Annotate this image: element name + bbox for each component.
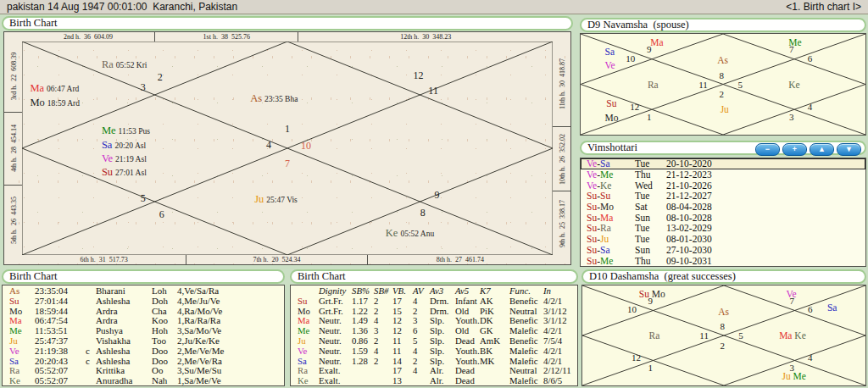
sign-number-9: 9 [435,189,440,202]
chart-lines [581,34,865,135]
dasha-row[interactable]: Su-MaSun08-10-2028 [581,212,865,223]
pada-lords: 2,Me/Ve/Me [177,346,284,356]
d9-chart[interactable]: 910768115212134SaVeMaAsMeRaKeSuMoJu [580,33,866,136]
planet-abbr-As: As [718,307,729,317]
dasha-start-date: 21-12-2023 [666,169,712,180]
combust-flag: c [86,356,96,366]
dasha-sublord-Ke: Ke [600,180,611,191]
sign-number-7: 7 [285,157,290,169]
collapse-button[interactable]: − [755,143,780,156]
planet-label: Ra [648,330,659,341]
dasha-row[interactable]: Su-MoSat08-04-2028 [581,202,865,213]
sign-number-10: 10 [627,304,637,314]
planet-abbr-Ke: Ke [386,227,398,240]
sb-num: 4 [374,315,392,325]
dasha-row[interactable]: Su-RaTue13-02-2029 [581,223,865,234]
planet-label: Ke [788,80,799,90]
sb-num: 2 [374,335,392,346]
dasha-lord-Su: Su [587,245,597,255]
functional-nature: Benefic [509,335,543,346]
strength-row: MoGrt.Fr.1.222152Drm.OldPiKNeutral3/1/12 [291,306,577,316]
dasha-lords: Ve-Sa [587,158,635,169]
combust-flag: c [86,346,96,356]
planet-abbr-Me: Me [102,125,116,137]
chart-datetime-location: pakistan 14 Aug 1947 00:01:00 Karanchi, … [7,1,237,13]
dasha-row[interactable]: Ve-SaTue20-10-2020 [581,158,865,169]
longitude: 06:47:54 [35,315,86,325]
expand-button[interactable]: + [782,143,807,156]
sign-number-5: 5 [737,80,743,90]
strength-row: MeNeutr.1.363126Slp.OldGKMalefic4/2/1 [291,325,577,335]
dasha-row[interactable]: Ve-MeThu21-12-2023 [581,169,865,180]
pada-sound: Too [152,335,177,346]
position-row: Su27:01:44AshleshaDoh4,Me/Ju/Ve [3,296,284,306]
dasha-start-day: Sun [635,245,666,255]
bhava-label: 8th h. 27 461.74 [437,256,484,263]
dasha-start-day: Thu [635,256,666,266]
dasha-start-day: Wed [635,180,666,191]
sign-number-11: 11 [698,80,708,90]
av3: Alr. [430,365,455,375]
rasi-chart[interactable]: 2nd h. 36 604.091st h. 38 525.7612th h. … [3,31,571,265]
dignity: Exalt. [319,365,352,375]
bhava-segment: 4th h. 28 454.14 [4,112,22,185]
bhava-label: 12th h. 30 348.23 [400,33,451,41]
bhava-strip-bottom: 6th h. 31 517.737th h. 20 524.348th h. 2… [22,255,553,264]
sign-number-12: 12 [630,102,639,112]
dasha-row[interactable]: Su-JuTue08-01-2030 [581,234,865,245]
dasha-start-date: 08-01-2030 [666,234,712,244]
planet-abbr-Su: Su [102,166,113,179]
dasha-start-day: Sat [635,202,666,212]
dasha-row[interactable]: Su-MeThu09-10-2031 [581,255,865,266]
av: 4 [413,346,430,356]
strength-row: VeNeutr.1.594114Slp.Youth.BKMalefic4/2/1 [291,346,577,356]
panel-title-positions: Birth Chart [2,269,285,284]
planet-abbr-Ve: Ve [102,152,113,165]
sign-number-6: 6 [159,208,164,221]
functional-nature: Malefic [509,325,543,335]
dasha-lord-Ve: Ve [587,180,597,191]
sign-number-1: 1 [648,363,653,373]
nakshatra: Ashlesha [96,296,152,306]
planet-abbr-Ju: Ju [298,335,319,346]
dasha-sublord-Sa: Sa [600,158,610,169]
dasha-start-day: Thu [635,169,666,180]
planet-abbr-Ke: Ke [298,375,319,385]
sign-number-2: 2 [720,89,725,99]
dasha-lord-Ve: Ve [587,158,597,169]
dasha-row[interactable]: Su-SaSun27-10-2030 [581,245,865,256]
functional-nature: Neutral [509,306,543,316]
planet-label: Ma Ke [779,330,806,341]
planet-abbr-Mo: Mo [298,306,319,316]
planet-abbr-As: As [9,285,35,296]
up-arrow-button[interactable]: ▲ [810,143,834,156]
chart-selector[interactable]: <1. Birth chart I> [786,1,861,13]
planet-abbr-Ma: Ma [779,330,792,341]
longitude: 18:59:44 [35,306,86,316]
dasha-row[interactable]: Ve-KeWed21-10-2026 [581,180,865,191]
functional-nature: Benefic [509,315,543,325]
sign-number-11: 11 [699,330,709,341]
pada-lords: 4,Ve/Sa/Ra [177,285,284,296]
planet-abbr-Mo: Mo [605,113,619,123]
vb: 13 [392,375,413,385]
dasha-lords: Su-Ma [587,213,635,223]
dasha-start-date: 08-04-2028 [666,202,712,212]
position-row: Sa20:20:43cAshleshaDoo2,Me/Ve/Ra [3,356,284,366]
dasha-start-day: Sun [635,213,666,223]
nakshatra: Vishakha [96,335,152,346]
bhava-label: 2nd h. 36 604.09 [64,33,113,41]
vb: 17 [392,365,413,375]
position-row: As23:35:04BharaniLoh4,Ve/Sa/Ra [3,285,284,296]
bhava-strip-left: 3rd h. 22 608.394th h. 28 454.145th h. 2… [4,42,22,255]
pada-lords: 3,Sa/Mo/Ve [177,325,284,335]
down-arrow-button[interactable]: ▼ [837,143,861,156]
pada-sound: Doo [152,346,177,356]
dasha-row[interactable]: Su-SuTue21-12-2027 [581,191,865,202]
dasha-list[interactable]: Ve-SaTue20-10-2020Ve-MeThu21-12-2023Ve-K… [580,158,866,267]
bhava-segment: 9th h. 25 338.17 [553,191,570,255]
d10-chart[interactable]: 910768115212134Su MoVeSaAsRaMa KeJu Me [581,285,866,386]
strength-row: RaExalt.174Alr.DeadNeutral2/12/11 [291,365,577,375]
dignity: Neutr. [319,346,352,356]
planet-label: Me [788,37,801,47]
